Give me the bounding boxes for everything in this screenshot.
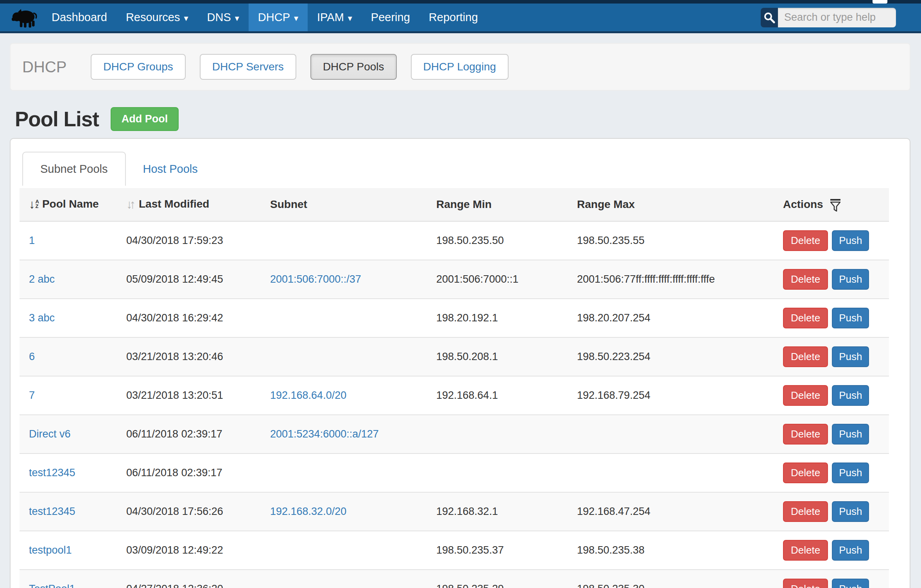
delete-button[interactable]: Delete xyxy=(783,540,828,561)
push-button[interactable]: Push xyxy=(832,579,869,588)
pool-name-link[interactable]: testpool1 xyxy=(29,544,72,556)
delete-button[interactable]: Delete xyxy=(783,230,828,251)
table-row: Direct v6 06/11/2018 02:39:17 2001:5234:… xyxy=(20,415,889,454)
nav-item-dashboard[interactable]: Dashboard xyxy=(42,4,116,31)
caret-down-icon: ▾ xyxy=(294,14,298,23)
table-row: test12345 06/11/2018 02:39:17 DeletePush xyxy=(20,454,889,492)
push-button[interactable]: Push xyxy=(832,501,869,522)
range-max-cell: 198.50.223.254 xyxy=(574,337,780,376)
col-header-range-min: Range Min xyxy=(433,188,574,221)
delete-button[interactable]: Delete xyxy=(783,385,828,406)
last-modified-cell: 06/11/2018 02:39:17 xyxy=(123,415,267,454)
range-min-cell: 198.20.192.1 xyxy=(433,299,574,337)
delete-button[interactable]: Delete xyxy=(783,308,828,328)
range-min-cell xyxy=(433,454,574,492)
pool-name-link[interactable]: Direct v6 xyxy=(29,428,71,440)
push-button[interactable]: Push xyxy=(832,424,869,445)
nav-item-dns[interactable]: DNS▾ xyxy=(198,4,249,31)
last-modified-cell: 04/30/2018 17:56:26 xyxy=(123,492,267,531)
push-button[interactable]: Push xyxy=(832,308,869,328)
tab-subnet-pools[interactable]: Subnet Pools xyxy=(22,152,126,186)
subnet-link[interactable]: 2001:506:7000::/37 xyxy=(270,273,361,285)
pool-name-link[interactable]: 3 abc xyxy=(29,312,55,324)
delete-button[interactable]: Delete xyxy=(783,424,828,445)
col-header-pool-name[interactable]: ↓ AZ Pool Name xyxy=(20,188,123,221)
caret-down-icon: ▾ xyxy=(348,14,352,23)
range-max-cell xyxy=(574,415,780,454)
pool-name-link[interactable]: 1 xyxy=(29,235,35,246)
dhcp-logging-button[interactable]: DHCP Logging xyxy=(411,54,509,80)
pool-name-link[interactable]: 6 xyxy=(29,351,35,362)
subnet-link[interactable]: 192.168.32.0/20 xyxy=(270,506,346,517)
range-max-cell xyxy=(574,454,780,492)
sort-both-icon[interactable]: ↓ ↑ xyxy=(126,198,136,210)
last-modified-cell: 06/11/2018 02:39:17 xyxy=(123,454,267,492)
range-max-cell: 198.50.235.30 xyxy=(574,570,780,588)
sort-alpha-asc-icon[interactable]: ↓ AZ xyxy=(29,198,39,210)
dhcp-pools-button[interactable]: DHCP Pools xyxy=(310,54,397,80)
tab-host-pools[interactable]: Host Pools xyxy=(126,152,215,186)
subnet-link[interactable]: 2001:5234:6000::a/127 xyxy=(270,428,379,440)
delete-button[interactable]: Delete xyxy=(783,501,828,522)
app-logo[interactable] xyxy=(0,4,42,31)
dhcp-subnav: DHCP DHCP Groups DHCP Servers DHCP Pools… xyxy=(10,43,910,91)
table-row: test12345 04/30/2018 17:56:26 192.168.32… xyxy=(20,492,889,531)
nav-item-ipam[interactable]: IPAM▾ xyxy=(308,4,362,31)
pool-table: ↓ AZ Pool Name ↓ ↑ Last Modified xyxy=(20,188,889,588)
nav-item-reporting[interactable]: Reporting xyxy=(419,4,487,31)
search-button[interactable] xyxy=(761,8,778,27)
table-row: 3 abc 04/30/2018 16:29:42 198.20.192.1 1… xyxy=(20,299,889,337)
range-min-cell: 198.50.235.29 xyxy=(433,570,574,588)
browser-artifact xyxy=(873,0,887,4)
last-modified-cell: 04/27/2018 12:36:20 xyxy=(123,570,267,588)
navbar-search xyxy=(761,4,896,31)
push-button[interactable]: Push xyxy=(832,540,869,561)
push-button[interactable]: Push xyxy=(832,269,869,290)
col-header-last-modified[interactable]: ↓ ↑ Last Modified xyxy=(123,188,267,221)
last-modified-cell: 04/30/2018 17:59:23 xyxy=(123,221,267,260)
delete-button[interactable]: Delete xyxy=(783,269,828,290)
range-max-cell: 192.168.47.254 xyxy=(574,492,780,531)
nav-item-peering[interactable]: Peering xyxy=(362,4,419,31)
table-row: 6 03/21/2018 13:20:46 198.50.208.1 198.5… xyxy=(20,337,889,376)
dhcp-groups-button[interactable]: DHCP Groups xyxy=(91,54,185,80)
pool-list-card: Subnet Pools Host Pools ↓ AZ Pool Name xyxy=(10,138,910,588)
col-header-range-max: Range Max xyxy=(574,188,780,221)
pool-name-link[interactable]: test12345 xyxy=(29,506,75,517)
page-head: Pool List Add Pool xyxy=(15,107,921,131)
search-input[interactable] xyxy=(778,8,896,27)
add-pool-button[interactable]: Add Pool xyxy=(111,107,179,131)
caret-down-icon: ▾ xyxy=(235,14,239,23)
range-max-cell: 192.168.79.254 xyxy=(574,376,780,415)
filter-icon[interactable] xyxy=(830,199,840,212)
subnet-link[interactable]: 192.168.64.0/20 xyxy=(270,389,346,401)
caret-down-icon: ▾ xyxy=(184,14,188,23)
range-min-cell xyxy=(433,415,574,454)
search-icon xyxy=(763,12,775,23)
nav-item-resources[interactable]: Resources▾ xyxy=(116,4,198,31)
push-button[interactable]: Push xyxy=(832,346,869,367)
push-button[interactable]: Push xyxy=(832,385,869,406)
pool-name-link[interactable]: 2 abc xyxy=(29,273,55,285)
last-modified-cell: 03/21/2018 13:20:46 xyxy=(123,337,267,376)
last-modified-cell: 03/09/2018 12:49:22 xyxy=(123,531,267,570)
pool-name-link[interactable]: test12345 xyxy=(29,467,75,479)
last-modified-cell: 03/21/2018 13:20:51 xyxy=(123,376,267,415)
delete-button[interactable]: Delete xyxy=(783,579,828,588)
range-max-cell: 198.20.207.254 xyxy=(574,299,780,337)
nav-item-dhcp[interactable]: DHCP▾ xyxy=(249,4,308,31)
pool-name-link[interactable]: 7 xyxy=(29,389,35,401)
push-button[interactable]: Push xyxy=(832,230,869,251)
dhcp-servers-button[interactable]: DHCP Servers xyxy=(200,54,296,80)
table-header-row: ↓ AZ Pool Name ↓ ↑ Last Modified xyxy=(20,188,889,221)
push-button[interactable]: Push xyxy=(832,463,869,483)
pool-tabs: Subnet Pools Host Pools xyxy=(11,152,910,186)
range-min-cell: 198.50.235.37 xyxy=(433,531,574,570)
pool-name-link[interactable]: TestPool1 xyxy=(29,583,75,588)
range-max-cell: 2001:506:77ff:ffff:ffff:ffff:ffff:fffe xyxy=(574,260,780,299)
col-header-subnet: Subnet xyxy=(267,188,433,221)
delete-button[interactable]: Delete xyxy=(783,346,828,367)
delete-button[interactable]: Delete xyxy=(783,463,828,483)
nav-items: Dashboard Resources▾ DNS▾ DHCP▾ IPAM▾ Pe… xyxy=(42,4,487,31)
range-min-cell: 192.168.32.1 xyxy=(433,492,574,531)
